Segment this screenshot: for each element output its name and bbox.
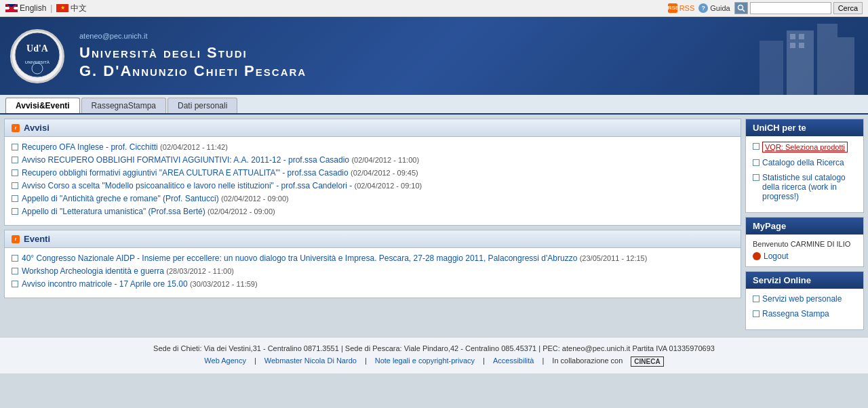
- eventi-content: 40° Congresso Nazionale AIDP - Insieme p…: [5, 248, 741, 298]
- news-item-1: Avviso RECUPERO OBBLIGHI FORMATIVI AGGIU…: [22, 155, 419, 165]
- help-icon: ?: [698, 3, 708, 13]
- unich-item-2[interactable]: Statistiche sul catalogo della ricerca (…: [753, 173, 856, 201]
- search-icon-box: [734, 2, 748, 14]
- logout-label: Logout: [764, 251, 789, 261]
- footer-link-accessibilita[interactable]: Accessibilità: [493, 356, 534, 367]
- footer-links: Web Agency | Webmaster Nicola Di Nardo |…: [7, 356, 861, 367]
- header-title-main: Università degli Studi: [79, 44, 307, 62]
- avvisi-link-5[interactable]: Appello di "Letteratura umanistica" (Pro…: [22, 207, 205, 216]
- unich-link-1: Catalogo della Ricerca: [762, 158, 844, 167]
- avvisi-date-3: (02/04/2012 - 09:10): [355, 182, 422, 190]
- svg-rect-11: [790, 34, 795, 39]
- top-bar: English | ★ 中文 RSS RSS ? Guida Cerca: [0, 0, 868, 17]
- servizi-box: Servizi Online Servizi web personale Ras…: [745, 271, 864, 330]
- eventi-link-2[interactable]: Avviso incontro matricole - 17 Aprile or…: [22, 279, 188, 289]
- footer-link-note-legali[interactable]: Note legali e copyright-privacy: [375, 356, 475, 367]
- bullet-icon: [12, 268, 18, 274]
- lang-chinese[interactable]: ★ 中文: [56, 3, 87, 14]
- servizi-header: Servizi Online: [746, 272, 863, 289]
- avvisi-link-1[interactable]: Avviso RECUPERO OBBLIGHI FORMATIVI AGGIU…: [22, 155, 349, 165]
- main-layout: r Avvisi Recupero OFA Inglese - prof. Ci…: [0, 115, 868, 334]
- header: Ud'A UNIVERSITÀ ateneo@pec.unich.it Univ…: [0, 17, 868, 95]
- right-sidebar: UniCH per te VQR: Seleziona prodotti Cat…: [745, 119, 864, 330]
- tab-avvisi-eventi[interactable]: Avvisi&Eventi: [5, 98, 80, 113]
- eventi-link-1[interactable]: Workshop Archeologia identità e guerra: [22, 266, 164, 276]
- news-item-2: Recupero obblighi formativi aggiuntivi "…: [22, 168, 418, 178]
- cineca-logo[interactable]: CINECA: [631, 356, 663, 367]
- search-button[interactable]: Cerca: [833, 2, 863, 14]
- avvisi-item-2: Recupero obblighi formativi aggiuntivi "…: [12, 168, 734, 178]
- lang-english[interactable]: English: [5, 3, 46, 13]
- bullet-icon: [753, 143, 760, 150]
- university-logo: Ud'A UNIVERSITÀ: [10, 29, 64, 83]
- unich-link-2: Statistiche sul catalogo della ricerca (…: [762, 173, 856, 201]
- flag-chinese-icon: ★: [56, 4, 68, 12]
- bullet-icon: [753, 310, 760, 317]
- footer-link-webmaster[interactable]: Webmaster Nicola Di Nardo: [264, 356, 357, 367]
- avvisi-link-4[interactable]: Appello di "Antichità greche e romane" (…: [22, 194, 219, 203]
- mypage-box: MyPage Benvenuto CARMINE DI ILIO Logout: [745, 217, 864, 267]
- lang-chinese-label: 中文: [71, 3, 87, 14]
- avvisi-item-0: Recupero OFA Inglese - prof. Cicchitti (…: [12, 142, 734, 152]
- logout-icon: [753, 252, 761, 260]
- avvisi-link-3[interactable]: Avviso Corso a scelta "Modello psicoanal…: [22, 181, 352, 190]
- news-item-0: Recupero OFA Inglese - prof. Cicchitti (…: [22, 142, 228, 152]
- avvisi-item-1: Avviso RECUPERO OBBLIGHI FORMATIVI AGGIU…: [12, 155, 734, 165]
- avvisi-date-2: (02/04/2012 - 09:45): [351, 169, 418, 177]
- svg-rect-14: [799, 43, 804, 48]
- avvisi-date-0: (02/04/2012 - 11:42): [160, 143, 228, 151]
- lang-divider: |: [50, 3, 52, 13]
- avvisi-title: Avvisi: [24, 123, 50, 133]
- bullet-icon: [12, 182, 18, 189]
- svg-text:UNIVERSITÀ: UNIVERSITÀ: [25, 60, 50, 64]
- servizi-item-1[interactable]: Rassegna Stampa: [753, 309, 856, 319]
- unich-item-1[interactable]: Catalogo della Ricerca: [753, 158, 856, 167]
- rss-icon: RSS: [668, 3, 677, 13]
- svg-rect-8: [817, 24, 837, 95]
- avvisi-date-1: (02/04/2012 - 11:00): [351, 156, 419, 164]
- building-svg: [719, 17, 868, 95]
- unich-item-0[interactable]: VQR: Seleziona prodotti: [753, 142, 856, 152]
- eventi-rss-icon: r: [12, 235, 20, 243]
- news-eventi-1: Workshop Archeologia identità e guerra (…: [22, 266, 234, 276]
- logout-item[interactable]: Logout: [753, 251, 856, 261]
- bullet-icon: [12, 169, 18, 176]
- search-input[interactable]: [750, 2, 831, 14]
- guida-link[interactable]: ? Guida: [698, 3, 730, 13]
- svg-point-0: [738, 5, 743, 10]
- servizi-link-0: Servizi web personale: [762, 294, 842, 304]
- servizi-item-0[interactable]: Servizi web personale: [753, 294, 856, 304]
- eventi-title: Eventi: [24, 234, 50, 244]
- header-title-sub: G. D'Annunzio Chieti Pescara: [79, 62, 307, 80]
- flag-english-icon: [5, 4, 18, 12]
- bullet-icon: [12, 208, 18, 215]
- avvisi-item-5: Appello di "Letteratura umanistica" (Pro…: [12, 207, 734, 216]
- svg-line-1: [743, 9, 745, 12]
- tab-rassegna-stampa[interactable]: RassegnaStampa: [81, 98, 166, 113]
- eventi-date-0: (23/05/2011 - 12:15): [580, 254, 648, 262]
- svg-rect-7: [787, 30, 814, 95]
- svg-rect-12: [799, 34, 804, 39]
- avvisi-header: r Avvisi: [5, 119, 741, 137]
- news-eventi-0: 40° Congresso Nazionale AIDP - Insieme p…: [22, 253, 647, 263]
- eventi-date-2: (30/03/2012 - 11:59): [190, 280, 258, 288]
- vqr-link[interactable]: VQR: Seleziona prodotti: [762, 142, 848, 152]
- svg-rect-13: [790, 43, 795, 48]
- footer-link-web-agency[interactable]: Web Agency: [204, 356, 246, 367]
- avvisi-link-0[interactable]: Recupero OFA Inglese - prof. Cicchitti: [22, 142, 158, 152]
- tabs-bar: Avvisi&Eventi RassegnaStampa Dati person…: [0, 95, 868, 115]
- avvisi-link-2[interactable]: Recupero obblighi formativi aggiuntivi "…: [22, 168, 349, 178]
- eventi-item-0: 40° Congresso Nazionale AIDP - Insieme p…: [12, 253, 734, 263]
- footer-addr2: Sede di Pescara: Viale Pindaro,42 - Cent…: [345, 344, 536, 352]
- guida-label: Guida: [710, 4, 730, 12]
- bullet-icon: [753, 295, 760, 302]
- rss-link[interactable]: RSS RSS: [668, 3, 695, 13]
- mypage-content: Benvenuto CARMINE DI ILIO Logout: [746, 234, 863, 266]
- header-building-image: [719, 17, 868, 95]
- svg-rect-10: [837, 37, 854, 95]
- tab-dati-personali[interactable]: Dati personali: [167, 98, 237, 113]
- eventi-link-0[interactable]: 40° Congresso Nazionale AIDP - Insieme p…: [22, 253, 577, 263]
- avvisi-date-4: (02/04/2012 - 09:00): [221, 195, 289, 203]
- avvisi-section: r Avvisi Recupero OFA Inglese - prof. Ci…: [4, 119, 741, 226]
- search-box: Cerca: [734, 2, 863, 14]
